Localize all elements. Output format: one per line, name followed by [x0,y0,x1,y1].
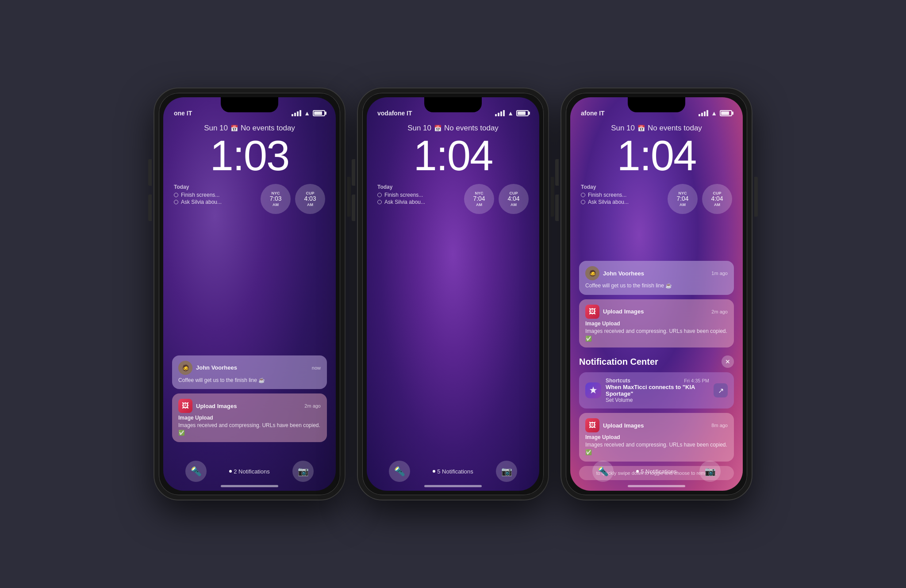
reminder-circle-6 [581,200,585,204]
wifi-icon-1: ▲ [304,110,310,117]
vol-up-btn-3[interactable] [555,159,559,186]
battery-icon-1 [313,110,325,116]
date-line-3: Sun 10 📅 No events today [581,124,732,133]
notif-subtitle-upload-1: Image Upload [178,415,321,421]
power-btn-2[interactable] [551,177,554,217]
clock-nyc-1: NYC 7:03 AM [261,184,291,214]
notif-upload-1[interactable]: 🖼 Upload Images 2m ago Image Upload Imag… [172,393,327,442]
calendar-icon-1: 📅 [230,125,238,132]
lock-bottom-2: 🔦 5 Notifications 📷 [367,461,539,482]
notif-header-upload-1: 🖼 Upload Images 2m ago [178,399,321,413]
carrier-2: vodafone IT [377,110,412,117]
status-icons-1: ▲ [292,110,325,117]
reminder-circle-2 [174,200,178,204]
notif-shortcuts-3[interactable]: Shortcuts Fri 4:35 PM When MaxTicci conn… [579,372,734,409]
notif-count-1: 2 Notifications [229,468,270,475]
clock-cup-2: CUP 4:04 AM [499,184,529,214]
phone-1: one IT ▲ Sun 10 [154,88,345,500]
avatar-1: 🧔 [178,361,192,375]
reminder-item-6: Ask Silvia abou... [581,199,663,205]
vol-down-btn-2[interactable] [352,195,355,221]
notif-upload-3a[interactable]: 🖼 Upload Images 2m ago Image Upload Imag… [579,299,734,348]
notif-body-3c: Images received and compressing. URLs ha… [585,441,728,456]
widget-reminders-1: Today Finish screens... Ask Silvia abou.… [174,184,256,206]
clock-nyc-3: NYC 7:04 AM [668,184,698,214]
carrier-1: one IT [174,110,192,117]
reminder-circle-4 [377,200,382,204]
widgets-row-2: Today Finish screens... Ask Silvia abou.… [377,184,529,214]
notif-count-2: 5 Notifications [433,468,473,475]
shortcuts-title: When MaxTicci connects to "KIA Sportage" [606,384,709,397]
top-notifs-3: 🧔 John Voorhees 1m ago Coffee will get u… [579,261,734,480]
notif-time-upload-1: 2m ago [304,403,321,409]
upload-icon-1: 🖼 [178,399,192,413]
vol-up-btn-1[interactable] [148,159,152,186]
phone-frame-1: one IT ▲ Sun 10 [154,88,345,500]
phone-frame-3: afone IT ▲ Sun 10 � [561,88,752,500]
date-line-1: Sun 10 📅 No events today [174,124,325,133]
power-btn-3[interactable] [754,177,758,217]
notif-count-3: 5 Notifications [636,468,677,475]
vol-up-btn-2[interactable] [352,159,355,186]
carrier-3: afone IT [581,110,605,117]
signal-icon-2 [495,110,505,116]
reminder-circle-5 [581,193,585,197]
notif-message-1[interactable]: 🧔 John Voorhees now Coffee will get us t… [172,355,327,389]
upload-icon-3b: 🖼 [585,418,599,432]
notif-upload-3b[interactable]: 🖼 Upload Images 8m ago Image Upload Imag… [579,413,734,462]
home-indicator-1 [221,485,278,487]
notif-body-1: Coffee will get us to the finish line ☕ [178,377,321,384]
phone-screen-2: vodafone IT ▲ Sun 10 [367,97,539,491]
status-icons-3: ▲ [699,110,732,117]
flashlight-btn-3[interactable]: 🔦 [592,461,614,482]
shortcuts-action-btn[interactable]: ↗ [714,383,728,397]
camera-btn-2[interactable]: 📷 [496,461,517,482]
date-line-2: Sun 10 📅 No events today [377,124,529,133]
svg-point-0 [591,389,595,392]
camera-btn-1[interactable]: 📷 [292,461,314,482]
phone-2: vodafone IT ▲ Sun 10 [358,88,548,500]
shortcuts-time: Fri 4:35 PM [684,378,709,383]
vol-down-btn-3[interactable] [555,195,559,221]
clock-nyc-2: NYC 7:04 AM [464,184,494,214]
wifi-icon-3: ▲ [711,110,717,117]
notif-body-3b: Images received and compressing. URLs ha… [585,328,728,343]
notif-center-close-btn[interactable]: ✕ [722,355,734,368]
phone-3: afone IT ▲ Sun 10 � [561,88,752,500]
reminder-circle-3 [377,193,382,197]
notif-app-info-upload-1: 🖼 Upload Images [178,399,237,413]
wifi-icon-2: ▲ [507,110,514,117]
lock-content-2: Sun 10 📅 No events today 1:04 Today Fini… [367,124,539,214]
home-indicator-2 [424,485,482,487]
upload-icon-3a: 🖼 [585,305,599,319]
clock-cup-3: CUP 4:04 AM [702,184,732,214]
reminder-item-2: Ask Silvia abou... [174,199,256,205]
shortcuts-icon-3 [585,382,601,398]
camera-btn-3[interactable]: 📷 [699,461,721,482]
flashlight-btn-2[interactable]: 🔦 [389,461,410,482]
notif-app-info-1: 🧔 John Voorhees [178,361,237,375]
battery-icon-2 [516,110,529,116]
notif-app-title-upload-1: Upload Images [196,403,237,409]
notif-sender-1: John Voorhees [196,364,237,371]
phone-screen-3: afone IT ▲ Sun 10 � [570,97,743,491]
time-display-1: 1:03 [174,134,325,177]
notif-message-3[interactable]: 🧔 John Voorhees 1m ago Coffee will get u… [579,261,734,295]
notif-time-1: now [312,365,321,370]
signal-icon-1 [292,110,301,116]
power-btn-1[interactable] [347,177,351,217]
flashlight-btn-1[interactable]: 🔦 [185,461,207,482]
lock-bottom-1: 🔦 2 Notifications 📷 [163,461,336,482]
notch-1 [221,97,278,112]
widget-label-3: Today [581,184,663,190]
widget-reminders-3: Today Finish screens... Ask Silvia abou.… [581,184,663,206]
notif-sender-3: John Voorhees [603,270,644,277]
vol-down-btn-1[interactable] [148,195,152,221]
notif-body-upload-1: Images received and compressing. URLs ha… [178,422,321,437]
notifications-area-1: 🧔 John Voorhees now Coffee will get us t… [172,355,327,447]
phone-screen-1: one IT ▲ Sun 10 [163,97,336,491]
status-icons-2: ▲ [495,110,529,117]
lock-bottom-3: 🔦 5 Notifications 📷 [570,461,743,482]
widget-label-2: Today [377,184,460,190]
reminder-item-3: Finish screens... [377,192,460,198]
